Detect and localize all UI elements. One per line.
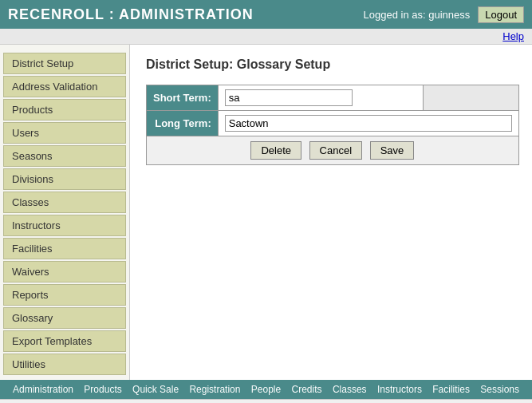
header-right: Logged in as: guinness Logout (364, 6, 524, 23)
sidebar-item-facilities[interactable]: Facilities (3, 238, 126, 259)
app-title: RECENROLL : ADMINISTRATION (8, 6, 254, 23)
sidebar-item-waivers[interactable]: Waivers (3, 261, 126, 282)
footer-nav-registration[interactable]: Registration (189, 384, 240, 395)
sidebar-item-instructors[interactable]: Instructors (3, 215, 126, 236)
sidebar-item-seasons[interactable]: Seasons (3, 145, 126, 167)
copyright: RecEnroll ™ ©1993-2002, HD Industries, I… (0, 399, 532, 403)
cancel-button[interactable]: Cancel (309, 141, 362, 160)
footer-nav-quick-sale[interactable]: Quick Sale (132, 384, 179, 395)
short-term-label: Short Term: (147, 85, 219, 111)
sidebar-item-users[interactable]: Users (3, 122, 126, 144)
sidebar-item-reports[interactable]: Reports (3, 284, 126, 306)
save-button[interactable]: Save (370, 141, 415, 160)
sidebar-item-utilities[interactable]: Utilities (3, 354, 126, 375)
long-term-label: Long Term: (147, 111, 219, 136)
sidebar-item-address-validation[interactable]: Address Validation (3, 76, 126, 97)
sidebar-item-divisions[interactable]: Divisions (3, 168, 126, 190)
footer-nav: Administration Products Quick Sale Regis… (0, 380, 532, 399)
logged-in-text: Logged in as: guinness (364, 9, 471, 21)
glossary-form: Short Term: Long Term: Delete Cancel Sav… (146, 85, 519, 165)
header: RECENROLL : ADMINISTRATION Logged in as:… (0, 0, 532, 29)
footer-nav-instructors[interactable]: Instructors (377, 384, 422, 395)
footer-nav-sessions[interactable]: Sessions (480, 384, 519, 395)
short-term-input[interactable] (225, 89, 353, 106)
footer-nav-credits[interactable]: Credits (292, 384, 322, 395)
sidebar-item-glossary[interactable]: Glossary (3, 307, 126, 329)
sidebar-item-export-templates[interactable]: Export Templates (3, 330, 126, 352)
long-term-input[interactable] (225, 115, 512, 132)
footer-nav-people[interactable]: People (251, 384, 281, 395)
delete-button[interactable]: Delete (250, 141, 301, 160)
content-area: District Setup: Glossary Setup Short Ter… (130, 45, 532, 380)
page-title: District Setup: Glossary Setup (146, 57, 519, 72)
help-bar: Help (0, 29, 532, 45)
short-term-row: Short Term: (147, 85, 519, 111)
form-buttons-row: Delete Cancel Save (147, 136, 519, 165)
sidebar-item-classes[interactable]: Classes (3, 192, 126, 213)
short-term-extra (423, 85, 518, 111)
sidebar: District Setup Address Validation Produc… (0, 45, 130, 380)
buttons-cell: Delete Cancel Save (147, 136, 519, 165)
main-layout: District Setup Address Validation Produc… (0, 45, 532, 380)
short-term-input-cell (218, 85, 423, 111)
footer-nav-products[interactable]: Products (84, 384, 121, 395)
footer-nav-administration[interactable]: Administration (13, 384, 73, 395)
help-link[interactable]: Help (502, 30, 524, 42)
sidebar-item-products[interactable]: Products (3, 99, 126, 121)
long-term-row: Long Term: (147, 111, 519, 136)
footer-nav-classes[interactable]: Classes (333, 384, 367, 395)
footer-nav-facilities[interactable]: Facilities (432, 384, 470, 395)
long-term-input-cell (218, 111, 518, 136)
logout-button[interactable]: Logout (478, 6, 524, 23)
sidebar-item-district-setup[interactable]: District Setup (3, 53, 126, 74)
